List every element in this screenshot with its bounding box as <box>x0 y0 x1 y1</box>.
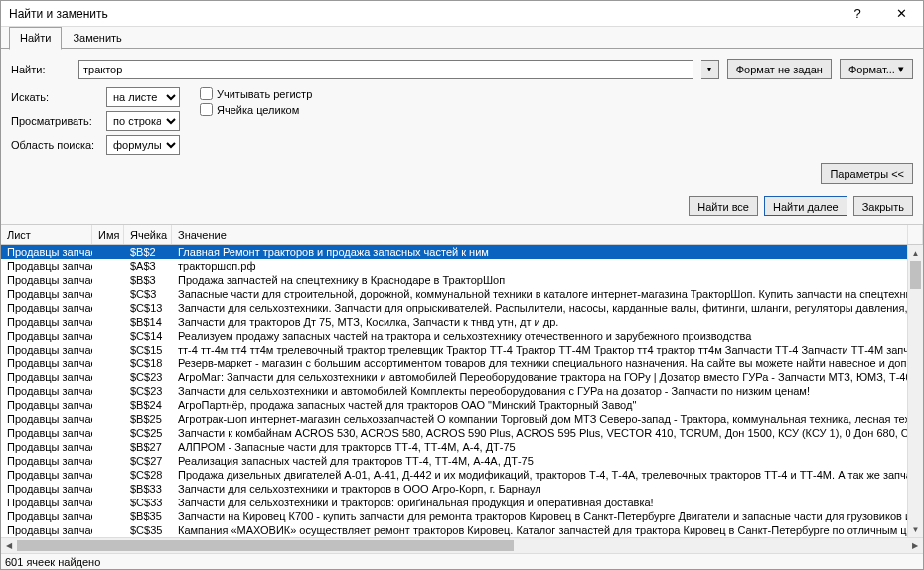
table-row[interactable]: Продавцы запчаст...$C$15тт-4 тт-4м тт4 т… <box>1 343 923 356</box>
scroll-left-icon[interactable]: ◀ <box>1 538 17 553</box>
table-row[interactable]: Продавцы запчаст...$C$13Запчасти для сел… <box>1 301 923 315</box>
cell-list: Продавцы запчаст... <box>1 371 92 383</box>
cell-list: Продавцы запчаст... <box>1 274 92 286</box>
table-row[interactable]: Продавцы запчаст...$B$27АЛПРОМ - Запасны… <box>1 440 923 454</box>
scroll-right-icon[interactable]: ▶ <box>907 538 923 553</box>
cell-value: Запасные части для строительной, дорожно… <box>172 288 923 300</box>
search-direction-select[interactable]: по строкам <box>106 111 180 131</box>
column-value[interactable]: Значение <box>172 225 907 244</box>
vertical-scrollbar[interactable]: ▲ ▼ <box>907 245 923 537</box>
cell-value: Продажа дизельных двигателей А-01, А-41,… <box>172 469 923 481</box>
cell-ref: $B$24 <box>124 399 172 411</box>
cell-list: Продавцы запчаст... <box>1 330 92 342</box>
find-history-dropdown[interactable]: ▾ <box>701 60 719 79</box>
cell-value: Реализуем продажу запасных частей на тра… <box>172 330 923 342</box>
cell-list: Продавцы запчаст... <box>1 344 92 356</box>
cell-list: Продавцы запчаст... <box>1 260 92 272</box>
table-row[interactable]: Продавцы запчаст...$C$23Запчасти для сел… <box>1 384 923 398</box>
tabs: Найти Заменить <box>1 27 923 49</box>
cell-ref: $C$33 <box>124 497 172 508</box>
cell-ref: $C$3 <box>124 288 172 300</box>
cell-value: АгроПартнёр, продажа запасных частей для… <box>172 399 923 411</box>
table-row[interactable]: Продавцы запчаст...$B$25Агротрак-шоп инт… <box>1 412 923 426</box>
cell-value: Главная Ремонт тракторов и продажа запас… <box>172 246 923 258</box>
table-row[interactable]: Продавцы запчаст...$C$18Резерв-маркет - … <box>1 356 923 370</box>
cell-list: Продавцы запчаст... <box>1 427 92 439</box>
match-case-checkbox[interactable]: Учитывать регистр <box>200 87 312 100</box>
scroll-thumb[interactable] <box>910 261 921 289</box>
cell-list: Продавцы запчаст... <box>1 246 92 258</box>
hscroll-thumb[interactable] <box>17 540 514 551</box>
whole-cell-checkbox[interactable]: Ячейка целиком <box>200 103 312 116</box>
table-row[interactable]: Продавцы запчаст...$C$23АгроМаг: Запчаст… <box>1 370 923 384</box>
cell-list: Продавцы запчаст... <box>1 399 92 411</box>
find-input[interactable] <box>78 60 693 79</box>
cell-list: Продавцы запчаст... <box>1 469 92 481</box>
table-row[interactable]: Продавцы запчаст...$B$3Продажа запчастей… <box>1 273 923 287</box>
cell-list: Продавцы запчаст... <box>1 497 92 508</box>
cell-value: АгроМаг: Запчасти для сельхозтехники и а… <box>172 371 923 383</box>
cell-list: Продавцы запчаст... <box>1 316 92 328</box>
close-button[interactable]: Закрыть <box>853 196 913 216</box>
table-row[interactable]: Продавцы запчаст...$C$14Реализуем продаж… <box>1 329 923 343</box>
table-row[interactable]: Продавцы запчаст...$C$28Продажа дизельны… <box>1 468 923 482</box>
horizontal-scrollbar[interactable]: ◀ ▶ <box>1 537 923 553</box>
options-toggle-button[interactable]: Параметры << <box>821 163 913 184</box>
table-row[interactable]: Продавцы запчаст...$C$27Реализация запас… <box>1 454 923 468</box>
table-row[interactable]: Продавцы запчаст...$C$25Запчасти к комба… <box>1 426 923 440</box>
table-row[interactable]: Продавцы запчаст...$A$3тракторшоп.рф <box>1 259 923 273</box>
statusbar: 601 ячеек найдено <box>1 553 923 569</box>
cell-value: Запчасти для сельхозтехники. Запчасти дл… <box>172 302 923 314</box>
tab-replace[interactable]: Заменить <box>62 27 132 49</box>
cell-value: Запчасти на Кировец К700 - купить запчас… <box>172 510 923 522</box>
help-button[interactable]: ? <box>836 1 879 27</box>
cell-list: Продавцы запчаст... <box>1 483 92 495</box>
search-scope-select[interactable]: на листе <box>106 87 180 107</box>
format-button[interactable]: Формат... ▾ <box>840 59 913 79</box>
table-row[interactable]: Продавцы запчаст...$B$2Главная Ремонт тр… <box>1 245 923 259</box>
cell-ref: $C$35 <box>124 524 172 536</box>
cell-ref: $C$23 <box>124 385 172 397</box>
tab-find[interactable]: Найти <box>9 27 62 50</box>
cell-ref: $B$35 <box>124 510 172 522</box>
table-row[interactable]: Продавцы запчаст...$C$33Запчасти для сел… <box>1 496 923 509</box>
find-panel: Найти: ▾ Формат не задан Формат... ▾ Иск… <box>1 48 923 159</box>
titlebar: Найти и заменить ? ✕ <box>1 1 923 27</box>
cell-value: Резерв-маркет - магазин с большим ассорт… <box>172 357 923 369</box>
scroll-down-icon[interactable]: ▼ <box>908 521 923 537</box>
table-row[interactable]: Продавцы запчаст...$C$35Кампания «МАХОВИ… <box>1 523 923 537</box>
column-cell[interactable]: Ячейка <box>124 225 172 244</box>
cell-value: Запчасти для сельхозтехники и тракторов:… <box>172 497 923 508</box>
cell-ref: $B$2 <box>124 246 172 258</box>
cell-value: Запчасти для сельхозтехники и тракторов … <box>172 483 923 495</box>
table-row[interactable]: Продавцы запчаст...$B$24АгроПартнёр, про… <box>1 398 923 412</box>
cell-value: Кампания «МАХОВИК» осуществляет ремонт т… <box>172 524 923 536</box>
cell-list: Продавцы запчаст... <box>1 357 92 369</box>
cell-list: Продавцы запчаст... <box>1 455 92 467</box>
scroll-up-icon[interactable]: ▲ <box>908 245 923 261</box>
cell-list: Продавцы запчаст... <box>1 441 92 453</box>
cell-value: Запчасти для сельхозтехники и автомобиле… <box>172 385 923 397</box>
close-icon[interactable]: ✕ <box>879 1 923 27</box>
cell-value: тракторшоп.рф <box>172 260 923 272</box>
titlebar-title: Найти и заменить <box>9 7 836 21</box>
cell-value: Запчасти к комбайнам ACROS 530, ACROS 58… <box>172 427 923 439</box>
table-row[interactable]: Продавцы запчаст...$B$35Запчасти на Киро… <box>1 509 923 523</box>
table-row[interactable]: Продавцы запчаст...$B$14Запчасти для тра… <box>1 315 923 329</box>
table-row[interactable]: Продавцы запчаст...$C$3Запасные части дл… <box>1 287 923 301</box>
cell-ref: $C$14 <box>124 330 172 342</box>
search-area-select[interactable]: формулы <box>106 135 180 155</box>
cell-ref: $B$25 <box>124 413 172 425</box>
results-grid: Лист Имя Ячейка Значение Продавцы запчас… <box>1 225 923 553</box>
cell-ref: $C$28 <box>124 469 172 481</box>
column-name[interactable]: Имя <box>92 225 124 244</box>
table-row[interactable]: Продавцы запчаст...$B$33Запчасти для сел… <box>1 482 923 496</box>
cell-ref: $C$27 <box>124 455 172 467</box>
find-all-button[interactable]: Найти все <box>689 196 758 216</box>
format-status[interactable]: Формат не задан <box>727 59 832 79</box>
column-list[interactable]: Лист <box>1 225 92 244</box>
search-direction-label: Просматривать: <box>11 115 100 127</box>
cell-list: Продавцы запчаст... <box>1 302 92 314</box>
status-text: 601 ячеек найдено <box>5 556 100 568</box>
find-next-button[interactable]: Найти далее <box>764 196 847 216</box>
